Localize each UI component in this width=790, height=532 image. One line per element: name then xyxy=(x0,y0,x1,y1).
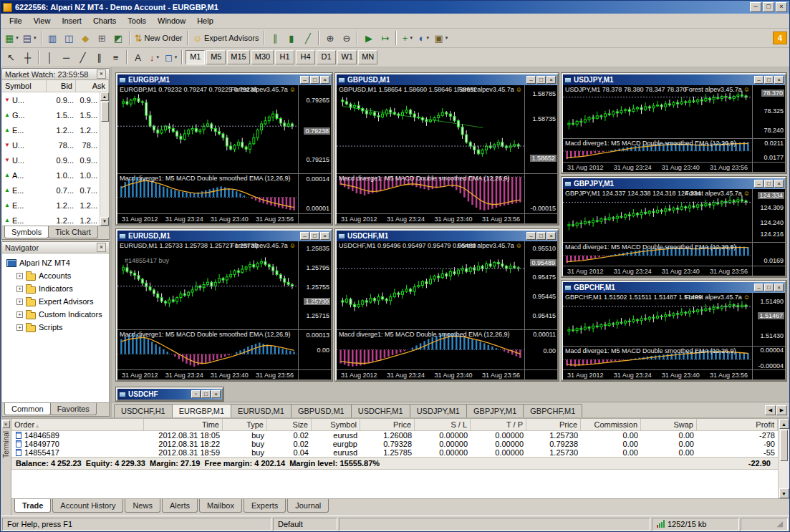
chart-tab-usdjpy-m1[interactable]: USDJPY,M1 xyxy=(410,404,467,417)
column-header-type[interactable]: Type xyxy=(223,419,267,430)
expert-advisors-button[interactable]: ☺Expert Advisors xyxy=(191,30,261,46)
market-watch-row[interactable]: ▲E...1.2...1.2... xyxy=(2,198,100,213)
chart-shift-button[interactable]: ↦ xyxy=(377,30,393,46)
close-button[interactable]: × xyxy=(211,390,221,398)
market-watch-row[interactable]: ▲E...0.7...0.7... xyxy=(2,183,100,198)
close-icon[interactable]: × xyxy=(97,243,106,252)
minimize-button[interactable]: – xyxy=(300,76,309,84)
chart-title-bar[interactable]: EURGBP,M1–□× xyxy=(117,74,331,85)
crosshair-button[interactable]: ┼ xyxy=(19,49,36,65)
chart-tab-gbpchf-m1[interactable]: GBPCHF,M1 xyxy=(523,404,582,417)
chart-title-bar[interactable]: GBPJPY,M1–□× xyxy=(563,178,785,189)
market-watch-tab-tick-chart[interactable]: Tick Chart xyxy=(48,226,98,238)
zoom-in-button[interactable]: ⊕ xyxy=(322,30,338,46)
chart-tab-usdchf-h1[interactable]: USDCHF,H1 xyxy=(114,404,173,417)
chart-title-bar[interactable]: GBPCHF,M1–□× xyxy=(563,282,785,293)
market-watch-row[interactable]: ▼U...0.9...0.9... xyxy=(2,153,100,168)
resize-grip[interactable]: ◢ xyxy=(741,518,788,531)
fibonacci-retracement-button[interactable]: ≡ xyxy=(107,49,124,65)
new-chart-button[interactable]: ▦▾ xyxy=(3,30,21,46)
navigator-toggle-button[interactable]: ◆ xyxy=(77,30,94,46)
minimize-button[interactable]: – xyxy=(754,284,763,291)
order-row[interactable]: 148497702012.08.31 18:22buy0.02eurgbp0.7… xyxy=(11,440,778,448)
market-watch-title-bar[interactable]: Market Watch: 23:59:58 × xyxy=(2,69,109,80)
chart-title-bar[interactable]: GBPUSD,M1–□× xyxy=(337,74,557,85)
timeframe-m1[interactable]: M1 xyxy=(186,50,205,64)
text-label-button[interactable]: A xyxy=(130,49,146,65)
market-watch-row[interactable]: ▲E...1.2...1.2... xyxy=(2,122,100,137)
navigator-item-accounts[interactable]: +Accounts xyxy=(2,269,109,282)
scrollbar-thumb[interactable] xyxy=(101,102,109,122)
minimize-button[interactable]: – xyxy=(526,76,536,84)
menu-charts[interactable]: Charts xyxy=(87,14,122,27)
expand-icon[interactable]: + xyxy=(16,324,23,331)
chart-title-bar[interactable]: EURUSD,M1–□× xyxy=(117,231,331,241)
menu-tools[interactable]: Tools xyxy=(122,14,152,27)
market-watch-row[interactable]: ▲G...1.5...1.5... xyxy=(2,107,100,122)
data-window-button[interactable]: ◫ xyxy=(61,30,77,46)
maximize-button[interactable]: □ xyxy=(201,390,211,398)
minimize-button[interactable]: – xyxy=(526,232,536,240)
chart-tab-gbpusd-m1[interactable]: GBPUSD,M1 xyxy=(291,404,352,417)
equidistant-channel-button[interactable]: ∥ xyxy=(91,49,107,65)
terminal-tab-trade[interactable]: Trade xyxy=(14,499,51,513)
column-header-size[interactable]: Size xyxy=(267,419,312,430)
maximize-button[interactable]: □ xyxy=(764,284,774,291)
minimize-button[interactable]: – xyxy=(300,232,309,240)
auto-scroll-button[interactable]: ▶ xyxy=(360,30,377,46)
scroll-down-icon[interactable]: ▼ xyxy=(779,488,789,498)
menu-insert[interactable]: Insert xyxy=(56,14,87,27)
menu-file[interactable]: File xyxy=(4,14,28,27)
navigator-tab-favorites[interactable]: Favorites xyxy=(50,403,97,415)
chart-tab-eurusd-m1[interactable]: EURUSD,M1 xyxy=(231,404,292,417)
minimize-button[interactable]: – xyxy=(750,2,761,12)
templates-button[interactable]: ▣▾ xyxy=(432,30,450,46)
expand-icon[interactable]: + xyxy=(16,286,23,292)
chart-title-bar[interactable]: USDJPY,M1–□× xyxy=(563,74,785,85)
vertical-line-button[interactable]: │ xyxy=(42,49,58,65)
terminal-tab-alerts[interactable]: Alerts xyxy=(162,499,198,513)
timeframe-m15[interactable]: M15 xyxy=(227,50,249,64)
navigator-item-indicators[interactable]: +Indicators xyxy=(2,282,109,295)
title-bar[interactable]: 6222556: Alpari NZ MT4 - Demo Account - … xyxy=(1,1,789,14)
column-header-bid[interactable]: Bid xyxy=(47,80,76,92)
menu-window[interactable]: Window xyxy=(152,14,191,27)
horizontal-line-button[interactable]: ─ xyxy=(58,49,74,65)
shape-objects-button[interactable]: ◻▾ xyxy=(163,49,179,65)
chart-title-bar[interactable]: USDCHF▫□× xyxy=(117,389,222,400)
timeframe-h4[interactable]: H4 xyxy=(296,50,315,64)
maximize-button[interactable]: □ xyxy=(764,180,774,188)
column-header-symbol[interactable]: Symbol xyxy=(2,80,47,92)
chart-tab-eurgbp-m1[interactable]: EURGBP,M1 xyxy=(172,404,231,417)
menu-help[interactable]: Help xyxy=(191,14,219,27)
navigator-title-bar[interactable]: Navigator × xyxy=(2,242,109,253)
strategy-tester-button[interactable]: ◩ xyxy=(110,30,127,46)
close-button[interactable]: × xyxy=(776,2,787,12)
column-header-symbol[interactable]: Symbol xyxy=(312,419,360,430)
column-header-time[interactable]: Time xyxy=(144,419,223,430)
order-row[interactable]: 148554172012.08.31 18:59buy0.04eurusd1.2… xyxy=(11,448,778,457)
column-header-profit[interactable]: Profit xyxy=(697,419,778,430)
timeframe-m5[interactable]: M5 xyxy=(206,50,226,64)
chart-tab-gbpjpy-m1[interactable]: GBPJPY,M1 xyxy=(466,404,524,417)
scroll-down-icon[interactable]: ▼ xyxy=(100,217,109,226)
market-watch-tab-symbols[interactable]: Symbols xyxy=(4,226,49,238)
close-button[interactable]: × xyxy=(546,232,556,240)
close-button[interactable]: × xyxy=(774,76,784,84)
candlestick-mode-button[interactable]: ▮ xyxy=(283,30,299,46)
new-order-button[interactable]: ⇅New Order xyxy=(133,30,185,46)
cursor-button[interactable]: ↖ xyxy=(3,49,19,65)
terminal-tab-experts[interactable]: Experts xyxy=(244,499,286,513)
expand-icon[interactable]: + xyxy=(16,299,23,305)
maximize-button[interactable]: □ xyxy=(310,76,319,84)
minimize-button[interactable]: – xyxy=(754,76,763,84)
column-header-order[interactable]: Order▵ xyxy=(11,419,144,430)
expand-icon[interactable]: + xyxy=(16,273,23,279)
close-icon[interactable]: × xyxy=(97,69,106,79)
market-watch-row[interactable]: ▼U...78...78... xyxy=(2,137,100,153)
market-watch-scrollbar[interactable]: ▲ ▼ xyxy=(100,92,109,226)
zoom-out-button[interactable]: ⊖ xyxy=(338,30,355,46)
market-watch-row[interactable]: ▼U...0.9...0.9... xyxy=(2,92,100,107)
scroll-left-icon[interactable]: ◀ xyxy=(765,405,776,415)
maximize-button[interactable]: □ xyxy=(536,76,546,84)
